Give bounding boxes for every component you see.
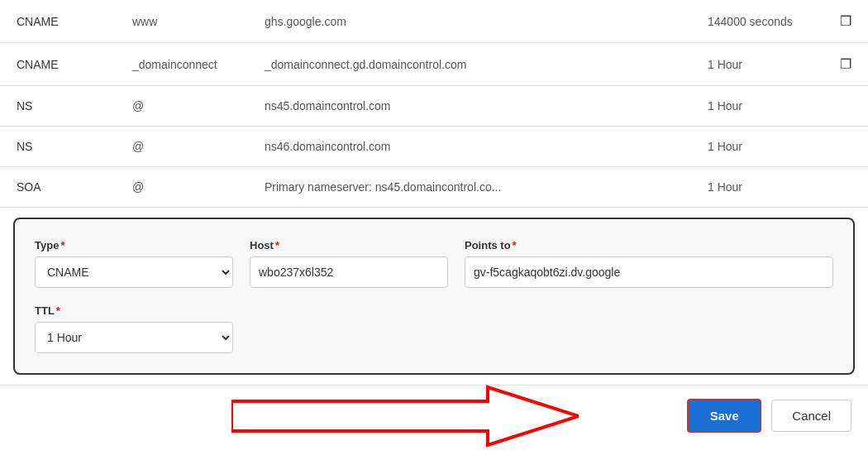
table-row: NS @ ns46.domaincontrol.com 1 Hour (0, 127, 868, 167)
record-host: _domainconnect (116, 43, 248, 86)
type-select[interactable]: AAAAACNAMEMXNSSOATXT (35, 256, 233, 288)
record-host: @ (116, 127, 248, 167)
table-row: SOA @ Primary nameserver: ns45.domaincon… (0, 167, 868, 208)
type-group: Type* AAAAACNAMEMXNSSOATXT (35, 239, 233, 288)
record-type: CNAME (0, 43, 116, 86)
action-bar: Save Cancel (0, 385, 868, 446)
type-required: * (60, 239, 64, 251)
record-host: @ (116, 86, 248, 127)
host-required: * (275, 239, 279, 251)
dns-manager: CNAME www ghs.google.com 144000 seconds … (0, 0, 868, 455)
record-ttl: 1 Hour (691, 43, 823, 86)
points-to-group: Points to* (465, 239, 833, 288)
ttl-group: TTL* 1/2 Hour1 Hour2 Hours6 Hours12 Hour… (35, 304, 233, 353)
cancel-button[interactable]: Cancel (771, 400, 851, 432)
points-to-required: * (513, 239, 517, 251)
table-row: CNAME www ghs.google.com 144000 seconds … (0, 0, 868, 43)
record-host: @ (116, 167, 248, 208)
edit-icon[interactable]: ❐ (840, 13, 851, 29)
record-host: www (116, 0, 248, 43)
record-type: CNAME (0, 0, 116, 43)
form-main-row: Type* AAAAACNAMEMXNSSOATXT Host* Points … (35, 239, 833, 288)
ttl-select[interactable]: 1/2 Hour1 Hour2 Hours6 Hours12 Hours1 Da… (35, 322, 233, 353)
record-ttl: 1 Hour (691, 167, 823, 208)
arrow-indicator (231, 383, 579, 449)
record-ttl: 144000 seconds (691, 0, 823, 43)
record-points-to: _domainconnect.gd.domaincontrol.com (248, 43, 691, 86)
host-label: Host* (250, 239, 448, 251)
save-button[interactable]: Save (687, 399, 761, 433)
svg-marker-0 (231, 387, 579, 445)
record-points-to: ns46.domaincontrol.com (248, 127, 691, 167)
table-row: NS @ ns45.domaincontrol.com 1 Hour (0, 86, 868, 127)
record-type: NS (0, 86, 116, 127)
ttl-required: * (56, 304, 60, 317)
ttl-row: TTL* 1/2 Hour1 Hour2 Hours6 Hours12 Hour… (35, 304, 833, 353)
record-ttl: 1 Hour (691, 86, 823, 127)
type-label: Type* (35, 239, 233, 251)
table-row: CNAME _domainconnect _domainconnect.gd.d… (0, 43, 868, 86)
record-type: NS (0, 127, 116, 167)
dns-records-table: CNAME www ghs.google.com 144000 seconds … (0, 0, 868, 208)
record-points-to: Primary nameserver: ns45.domaincontrol.c… (248, 167, 691, 208)
add-record-form: Type* AAAAACNAMEMXNSSOATXT Host* Points … (13, 218, 855, 375)
edit-icon[interactable]: ❐ (840, 56, 851, 72)
record-type: SOA (0, 167, 116, 208)
points-to-input[interactable] (465, 256, 833, 288)
host-group: Host* (250, 239, 448, 288)
ttl-label: TTL* (35, 304, 233, 317)
record-points-to: ns45.domaincontrol.com (248, 86, 691, 127)
record-points-to: ghs.google.com (248, 0, 691, 43)
host-input[interactable] (250, 256, 448, 288)
points-to-label: Points to* (465, 239, 833, 251)
record-ttl: 1 Hour (691, 127, 823, 167)
